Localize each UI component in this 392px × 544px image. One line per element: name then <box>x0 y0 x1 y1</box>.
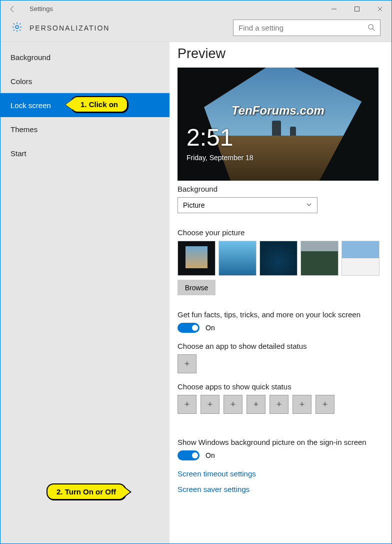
detailed-status-label: Choose an app to show detailed status <box>178 342 380 350</box>
watermark: TenForums.com <box>178 104 378 118</box>
picture-thumbnail[interactable] <box>300 241 338 276</box>
plus-icon: + <box>184 359 190 369</box>
annotation-text: 1. Click on <box>80 100 118 109</box>
header: PERSONALIZATION Find a setting <box>0 17 392 42</box>
svg-point-1 <box>16 26 18 29</box>
sidebar-item-background[interactable]: Background <box>0 45 170 69</box>
add-quick-app-slot[interactable]: + <box>224 395 242 414</box>
picture-thumbnail[interactable] <box>342 241 380 276</box>
search-placeholder: Find a setting <box>238 24 284 32</box>
search-input[interactable]: Find a setting <box>233 20 380 36</box>
add-quick-app-slot[interactable]: + <box>178 395 196 414</box>
add-quick-app-slot[interactable]: + <box>270 395 288 414</box>
link-text: Screen timeout settings <box>178 469 256 478</box>
add-detailed-app-slot[interactable]: + <box>178 354 196 373</box>
svg-rect-0 <box>355 7 360 11</box>
toggle-state: On <box>206 324 215 332</box>
annotation-step1: 1. Click on <box>70 96 128 113</box>
preview-date: Friday, September 18 <box>186 154 254 162</box>
titlebar: Settings <box>0 1 392 17</box>
plus-icon: + <box>184 399 190 410</box>
minimize-button[interactable] <box>322 1 346 17</box>
chevron-down-icon <box>306 201 312 209</box>
svg-point-2 <box>368 24 373 29</box>
preview-heading: Preview <box>178 46 380 62</box>
link-text: Screen saver settings <box>178 485 250 493</box>
plus-icon: + <box>322 399 328 410</box>
category-title: PERSONALIZATION <box>30 24 110 32</box>
add-quick-app-slot[interactable]: + <box>292 395 312 414</box>
add-quick-app-slot[interactable]: + <box>246 395 266 414</box>
sidebar-item-start[interactable]: Start <box>0 141 170 165</box>
browse-button[interactable]: Browse <box>178 280 216 295</box>
sidebar-item-colors[interactable]: Colors <box>0 69 170 93</box>
button-label: Browse <box>185 284 208 292</box>
select-value: Picture <box>183 201 205 209</box>
quick-status-label: Choose apps to show quick status <box>178 382 380 391</box>
plus-icon: + <box>276 399 282 410</box>
plus-icon: + <box>254 399 259 410</box>
preview-time: 2:51 <box>186 124 233 151</box>
picture-thumbnail[interactable] <box>260 241 298 276</box>
close-button[interactable] <box>368 1 392 17</box>
background-label: Background <box>178 185 380 193</box>
picture-thumbnail[interactable] <box>178 241 216 276</box>
back-button[interactable] <box>4 1 20 17</box>
window-controls <box>322 1 392 17</box>
add-quick-app-slot[interactable]: + <box>316 395 334 414</box>
sidebar: Background Colors Lock screen Themes Sta… <box>0 42 170 543</box>
gear-icon <box>12 22 22 34</box>
background-select[interactable]: Picture <box>178 197 318 213</box>
annotation-text: 2. Turn On or Off <box>56 487 116 496</box>
signin-bg-label: Show Windows background picture on the s… <box>178 438 380 446</box>
window-title: Settings <box>30 5 53 13</box>
annotation-step2: 2. Turn On or Off <box>46 483 126 500</box>
sidebar-item-label: Start <box>10 149 26 158</box>
sidebar-item-label: Themes <box>10 125 38 134</box>
toggle-state: On <box>206 451 215 459</box>
sidebar-item-themes[interactable]: Themes <box>0 117 170 141</box>
plus-icon: + <box>208 399 213 410</box>
fun-facts-label: Get fun facts, tips, tricks, and more on… <box>178 310 380 319</box>
picture-thumbnails <box>178 241 380 276</box>
fun-facts-toggle[interactable] <box>178 323 200 333</box>
content-pane: Preview TenForums.com 2:51 Friday, Septe… <box>170 42 392 543</box>
plus-icon: + <box>300 399 305 410</box>
plus-icon: + <box>230 399 236 410</box>
add-quick-app-slot[interactable]: + <box>200 395 220 414</box>
search-icon <box>368 24 375 33</box>
sidebar-item-label: Background <box>10 53 50 62</box>
sidebar-item-label: Colors <box>10 77 32 86</box>
picture-thumbnail[interactable] <box>218 241 256 276</box>
lockscreen-preview: TenForums.com 2:51 Friday, September 18 <box>178 68 378 181</box>
maximize-button[interactable] <box>346 1 368 17</box>
sidebar-item-label: Lock screen <box>10 101 51 110</box>
screen-saver-link[interactable]: Screen saver settings <box>178 485 380 493</box>
screen-timeout-link[interactable]: Screen timeout settings <box>178 469 380 478</box>
choose-picture-label: Choose your picture <box>178 228 380 237</box>
signin-bg-toggle[interactable] <box>178 450 200 460</box>
